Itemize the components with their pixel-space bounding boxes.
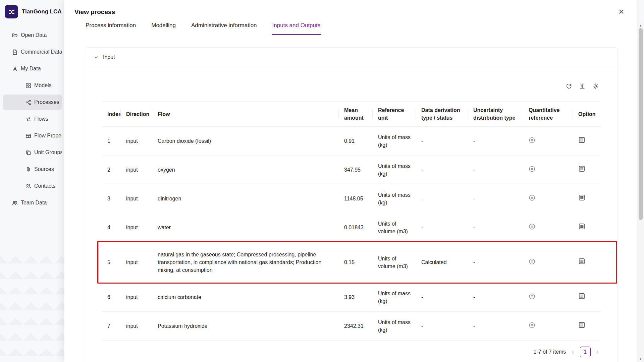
column-header-data-derivation: Data derivation type / status (416, 102, 468, 126)
cell-data-derivation: - (416, 162, 468, 178)
pagination-total: 1-7 of 7 items (533, 349, 566, 355)
column-header-option: Option (573, 106, 600, 123)
cell-data-derivation: - (416, 133, 468, 149)
cell-option (573, 317, 600, 335)
circle-cross-icon (529, 194, 535, 201)
cell-reference-unit: Units of volume (m3) (373, 216, 416, 239)
sidebar-item-models[interactable]: Models (3, 78, 62, 93)
profile-view-icon[interactable] (578, 223, 585, 230)
cell-direction: input (121, 289, 152, 305)
tab-inputs-and-outputs[interactable]: Inputs and Outputs (272, 18, 321, 35)
cell-mean-amount: 1148.05 (339, 191, 373, 206)
cell-reference-unit: Units of volume (m3) (373, 251, 416, 274)
column-header-uncertainty: Uncertainty distribution type (468, 102, 523, 126)
tab-modelling[interactable]: Modelling (151, 18, 176, 35)
cell-flow: calcium carbonate (152, 289, 339, 305)
app-logo-icon[interactable] (5, 5, 18, 18)
swap-arrows-icon (25, 116, 31, 122)
cell-uncertainty: - (468, 318, 523, 334)
cell-flow: natural gas in the gaseous state; Compre… (152, 247, 339, 278)
cell-direction: input (121, 133, 152, 149)
cell-uncertainty: - (468, 220, 523, 235)
scrollbar[interactable]: ▲ ▼ (637, 23, 644, 362)
sidebar-item-flow-properties[interactable]: Flow Properties (3, 128, 62, 143)
column-height-icon[interactable] (579, 83, 585, 89)
sidebar-item-my-data[interactable]: My Data (3, 61, 62, 76)
paperclip-icon (25, 167, 31, 172)
unit-groups-icon (25, 150, 31, 156)
sidebar-item-flows[interactable]: Flows (3, 111, 62, 127)
cell-quantitative-reference (523, 289, 573, 306)
cell-direction: input (121, 220, 152, 235)
cell-data-derivation: - (416, 220, 468, 235)
tab-administrative-information[interactable]: Administrative information (191, 18, 258, 35)
cell-reference-unit: Units of mass (kg) (373, 286, 416, 309)
column-header-mean-amount: Mean amount (339, 102, 373, 126)
cell-mean-amount: 347.95 (339, 162, 373, 178)
cell-flow: Carbon dioxide (fossil) (152, 133, 339, 149)
folder-open-icon (12, 33, 18, 38)
sidebar-item-sources[interactable]: Sources (3, 162, 62, 177)
circle-cross-icon (529, 137, 535, 143)
table-toolbar (102, 77, 601, 101)
refresh-icon[interactable] (566, 83, 572, 89)
sidebar-item-processes[interactable]: Processes (3, 95, 62, 110)
cell-index: 2 (102, 162, 121, 178)
cell-reference-unit: Units of mass (kg) (373, 314, 416, 338)
sidebar-header: TianGong LCA (0, 0, 64, 23)
scrollbar-up-icon[interactable]: ▲ (637, 24, 644, 27)
modal-title: View process (74, 8, 115, 16)
column-header-reference-unit: Reference unit (373, 102, 416, 126)
pagination: 1-7 of 7 items ‹ 1 › (102, 341, 601, 361)
cell-flow: dinitrogen (152, 191, 339, 206)
cell-mean-amount: 0.91 (339, 133, 373, 149)
profile-view-icon[interactable] (578, 194, 585, 201)
profile-view-icon[interactable] (578, 136, 585, 143)
cell-uncertainty: - (468, 254, 523, 270)
sidebar-item-open-data[interactable]: Open Data (3, 27, 62, 43)
cell-quantitative-reference (523, 162, 573, 178)
close-icon[interactable]: × (617, 7, 625, 16)
tab-process-information[interactable]: Process information (85, 18, 137, 35)
cell-direction: input (121, 162, 152, 178)
column-header-direction: Direction (121, 106, 152, 123)
profile-view-icon[interactable] (578, 293, 585, 300)
team-icon (12, 200, 18, 206)
pagination-page-1[interactable]: 1 (580, 347, 591, 357)
cell-option (573, 219, 600, 236)
cell-index: 4 (102, 220, 121, 235)
profile-view-icon[interactable] (578, 321, 585, 328)
table-row: 4 input water 0.01843 Units of volume (m… (102, 213, 601, 242)
table-header-row: Index Direction Flow Mean amount Referen… (102, 101, 601, 127)
flow-properties-icon (25, 133, 31, 139)
chevron-down-icon (94, 55, 99, 60)
pagination-next-icon[interactable]: › (596, 348, 599, 356)
circle-cross-icon (529, 293, 535, 300)
sidebar-item-contacts[interactable]: Contacts (3, 178, 62, 194)
input-section-header[interactable]: Input (85, 48, 618, 67)
cell-index: 5 (102, 254, 121, 270)
table-row: 5 input natural gas in the gaseous state… (102, 242, 601, 283)
share-nodes-icon (25, 100, 31, 105)
settings-gear-icon[interactable] (593, 83, 599, 89)
sidebar-item-team-data[interactable]: Team Data (3, 195, 62, 210)
profile-view-icon[interactable] (578, 258, 585, 265)
profile-view-icon[interactable] (578, 165, 585, 172)
sidebar-item-commercial-data[interactable]: Commercial Data (3, 44, 62, 60)
pagination-prev-icon[interactable]: ‹ (571, 348, 575, 356)
circle-cross-icon (529, 258, 535, 265)
sidebar-item-unit-groups[interactable]: Unit Groups (3, 145, 62, 160)
cell-quantitative-reference (523, 219, 573, 236)
cell-mean-amount: 0.01843 (339, 220, 373, 235)
cell-index: 6 (102, 289, 121, 305)
scrollbar-thumb[interactable] (639, 28, 643, 220)
table-row: 6 input calcium carbonate 3.93 Units of … (102, 283, 601, 312)
cell-quantitative-reference (523, 133, 573, 149)
scrollbar-down-icon[interactable]: ▼ (637, 358, 644, 361)
table-row: 1 input Carbon dioxide (fossil) 0.91 Uni… (102, 127, 601, 156)
cell-mean-amount: 3.93 (339, 289, 373, 305)
cell-option (573, 132, 600, 149)
sidebar: TianGong LCA Open Data Commercial Data M… (0, 0, 64, 362)
table-row: 7 input Potassium hydroxide 2342.31 Unit… (102, 312, 601, 341)
cell-mean-amount: 0.15 (339, 254, 373, 270)
